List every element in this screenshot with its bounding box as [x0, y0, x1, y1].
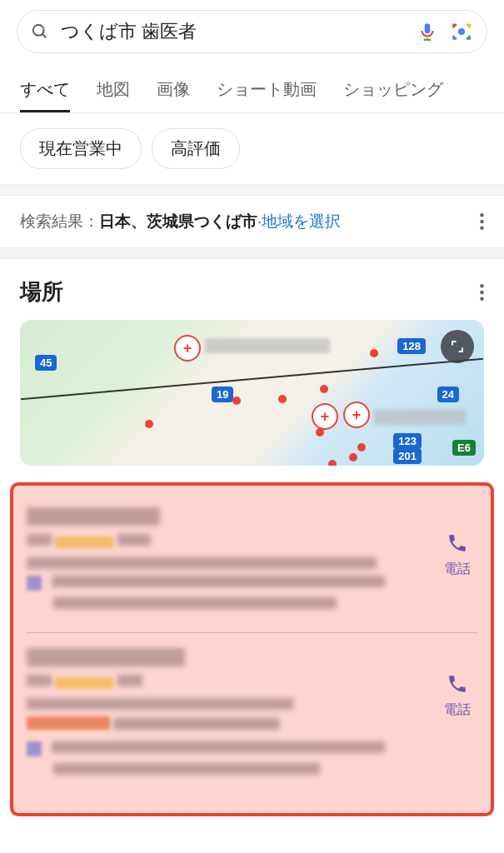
svg-point-9 — [480, 284, 483, 287]
badge-blurred — [27, 576, 42, 591]
result-title-blurred — [27, 648, 185, 666]
tab-shorts[interactable]: ショート動画 — [217, 68, 317, 112]
location-prefix: 検索結果： — [20, 211, 99, 232]
badge-blurred — [27, 741, 42, 756]
map-dot — [316, 428, 324, 436]
svg-point-6 — [480, 213, 483, 217]
more-icon[interactable] — [480, 213, 484, 230]
map-dot — [357, 443, 366, 451]
divider — [0, 184, 504, 196]
route-badge: 45 — [35, 355, 57, 371]
rating-stars-blurred — [55, 677, 113, 689]
map-dot — [232, 397, 241, 405]
call-label: 電話 — [444, 701, 471, 719]
mic-icon[interactable] — [417, 21, 438, 42]
status-blurred — [27, 716, 110, 730]
result-review-blurred — [52, 576, 385, 587]
svg-point-8 — [480, 227, 483, 230]
expand-icon[interactable] — [441, 330, 474, 363]
search-input[interactable] — [61, 21, 405, 42]
chip-open-now[interactable]: 現在営業中 — [20, 128, 142, 169]
divider — [0, 247, 504, 259]
map-pin-icon[interactable] — [174, 335, 201, 362]
result-detail-blurred — [27, 698, 293, 710]
map-label-blurred — [205, 338, 330, 353]
route-badge: 201 — [393, 448, 422, 464]
map-label-blurred — [374, 410, 466, 425]
search-icon — [31, 22, 49, 41]
map-thumbnail[interactable]: 45 128 19 24 123 201 E6 — [20, 320, 484, 466]
result-review-blurred — [53, 597, 337, 609]
route-badge: 128 — [397, 338, 426, 354]
svg-point-10 — [480, 290, 483, 293]
map-dot — [278, 395, 287, 403]
tabs: すべて 地図 画像 ショート動画 ショッピング — [0, 68, 504, 113]
location-value: 日本、茨城県つくば市 — [99, 211, 257, 232]
result-review-blurred — [52, 741, 385, 753]
places-title: 場所 — [20, 277, 63, 307]
svg-point-7 — [480, 220, 483, 223]
tab-images[interactable]: 画像 — [157, 68, 190, 112]
svg-point-0 — [33, 25, 44, 36]
rating-stars-blurred — [55, 536, 113, 548]
svg-point-11 — [480, 297, 483, 300]
search-bar[interactable] — [17, 10, 487, 53]
filter-chips: 現在営業中 高評価 — [0, 113, 504, 184]
result-card[interactable]: 電話 — [27, 492, 477, 632]
chip-top-rated[interactable]: 高評価 — [152, 128, 240, 169]
map-pin-icon[interactable] — [343, 402, 370, 428]
tab-maps[interactable]: 地図 — [97, 68, 130, 112]
call-label: 電話 — [444, 561, 471, 578]
tab-all[interactable]: すべて — [20, 68, 70, 112]
map-dot — [328, 460, 337, 466]
route-badge: 123 — [393, 433, 422, 449]
route-badge: 24 — [437, 387, 459, 402]
places-header: 場所 — [0, 259, 504, 320]
more-icon[interactable] — [480, 284, 484, 301]
result-review-blurred — [53, 763, 320, 775]
map-dot — [145, 420, 153, 428]
result-detail-blurred — [27, 557, 377, 569]
tab-shopping[interactable]: ショッピング — [343, 68, 443, 112]
route-badge: 19 — [212, 387, 233, 402]
map-pin-icon[interactable] — [312, 403, 338, 430]
map-dot — [349, 453, 357, 461]
svg-rect-2 — [425, 23, 431, 33]
svg-point-5 — [458, 28, 465, 35]
location-bar: 検索結果： 日本、茨城県つくば市 · 地域を選択 — [0, 196, 504, 247]
lens-icon[interactable] — [450, 20, 473, 43]
phone-icon — [447, 673, 468, 695]
map-dot — [370, 349, 378, 357]
call-button[interactable]: 電話 — [437, 673, 477, 719]
map-dot — [320, 385, 328, 393]
phone-icon — [447, 532, 468, 554]
call-button[interactable]: 電話 — [437, 532, 477, 578]
result-title-blurred — [27, 507, 160, 526]
svg-line-1 — [42, 34, 46, 37]
result-card[interactable]: 電話 — [27, 632, 477, 798]
results-highlight: 電話 電話 — [10, 482, 494, 816]
route-badge: E6 — [452, 440, 476, 456]
location-change-link[interactable]: 地域を選択 — [262, 211, 341, 232]
